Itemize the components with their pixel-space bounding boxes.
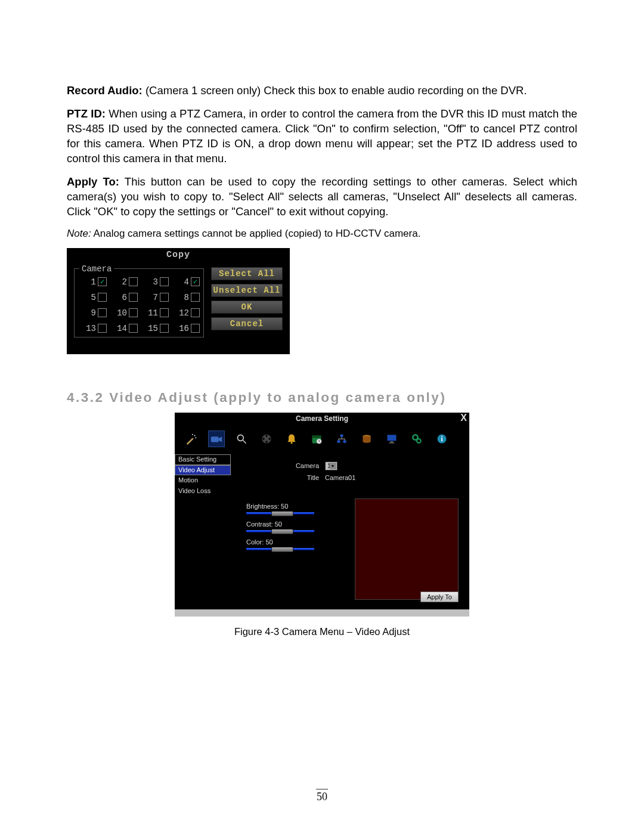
camera-label: Camera xyxy=(289,462,319,469)
copy-dialog: Copy Camera 1✓234✓5678910111213141516 Se… xyxy=(67,248,290,354)
sidebar-item-basic-setting[interactable]: Basic Setting xyxy=(175,454,231,465)
camera-checkbox-14[interactable]: 14 xyxy=(109,324,138,333)
svg-point-4 xyxy=(237,435,243,441)
wand-icon[interactable] xyxy=(183,431,200,447)
checkbox-icon xyxy=(129,308,138,317)
network-icon[interactable] xyxy=(333,431,350,447)
camera-legend: Camera xyxy=(79,264,114,274)
camera-checkbox-13[interactable]: 13 xyxy=(78,324,107,333)
slider-thumb[interactable] xyxy=(271,511,293,516)
camera-setting-titlebar: Camera Setting X xyxy=(175,413,469,425)
camera-icon[interactable] xyxy=(208,431,225,447)
schedule-icon[interactable] xyxy=(308,431,325,447)
svg-point-7 xyxy=(265,435,267,436)
note-analog: Note: Analog camera settings cannot be a… xyxy=(67,228,577,240)
slider-thumb[interactable] xyxy=(271,529,293,534)
para-apply-to: Apply To: This button can be used to cop… xyxy=(67,175,577,219)
svg-point-1 xyxy=(192,434,193,435)
svg-line-5 xyxy=(243,440,246,443)
checkbox-icon xyxy=(98,293,107,302)
camera-checkbox-10[interactable]: 10 xyxy=(109,308,138,318)
svg-point-10 xyxy=(262,438,264,439)
slider-track[interactable] xyxy=(246,548,314,550)
svg-rect-21 xyxy=(389,442,394,444)
content-pane: Camera 1 ▼ Title Camera01 Brightness: 50… xyxy=(231,454,469,609)
camera-setting-dialog: Camera Setting X xyxy=(175,413,469,617)
checkbox-icon xyxy=(160,277,169,286)
camera-checkbox-11[interactable]: 11 xyxy=(140,308,169,318)
cancel-button[interactable]: Cancel xyxy=(211,317,283,330)
sidebar-item-motion[interactable]: Motion xyxy=(175,475,231,486)
svg-rect-16 xyxy=(338,440,340,442)
section-heading: 4.3.2 Video Adjust (apply to analog came… xyxy=(67,390,577,405)
checkbox-icon xyxy=(160,293,169,302)
checkbox-icon xyxy=(98,308,107,317)
close-icon[interactable]: X xyxy=(460,413,467,423)
checkbox-icon: ✓ xyxy=(191,277,200,286)
svg-point-2 xyxy=(195,437,196,438)
camera-checkbox-3[interactable]: 3 xyxy=(140,277,169,287)
svg-rect-17 xyxy=(343,440,346,442)
sidebar-item-video-loss[interactable]: Video Loss xyxy=(175,486,231,497)
info-icon[interactable]: i xyxy=(434,431,450,447)
para-ptz-id: PTZ ID: When using a PTZ Camera, in orde… xyxy=(67,107,577,166)
svg-point-0 xyxy=(194,435,196,436)
camera-checkbox-6[interactable]: 6 xyxy=(109,293,138,302)
camera-checkbox-8[interactable]: 8 xyxy=(171,293,200,302)
checkbox-icon xyxy=(129,277,138,286)
svg-point-8 xyxy=(268,438,270,439)
checkbox-icon: ✓ xyxy=(98,277,107,286)
checkbox-icon xyxy=(129,324,138,333)
camera-checkbox-1[interactable]: 1✓ xyxy=(78,277,107,287)
camera-checkbox-2[interactable]: 2 xyxy=(109,277,138,287)
camera-checkbox-4[interactable]: 4✓ xyxy=(171,277,200,287)
svg-point-11 xyxy=(290,442,292,444)
camera-checkbox-7[interactable]: 7 xyxy=(140,293,169,302)
checkbox-icon xyxy=(98,324,107,333)
svg-rect-15 xyxy=(340,434,343,436)
svg-rect-19 xyxy=(388,435,397,441)
camera-fieldset: Camera 1✓234✓5678910111213141516 xyxy=(74,268,204,337)
copy-dialog-title: Copy xyxy=(67,248,290,262)
camera-checkbox-16[interactable]: 16 xyxy=(171,324,200,333)
video-preview xyxy=(355,498,459,600)
bell-icon[interactable] xyxy=(283,431,300,447)
checkbox-icon xyxy=(191,293,200,302)
checkbox-icon xyxy=(160,308,169,317)
para-record-audio: Record Audio: (Camera 1 screen only) Che… xyxy=(67,83,577,98)
ok-button[interactable]: OK xyxy=(211,301,283,314)
svg-point-9 xyxy=(265,441,267,442)
checkbox-icon xyxy=(191,324,200,333)
disk-icon[interactable] xyxy=(358,431,375,447)
apply-to-button[interactable]: Apply To xyxy=(420,592,459,602)
unselect-all-button[interactable]: Unselect All xyxy=(211,284,283,297)
slider-thumb[interactable] xyxy=(271,547,293,552)
title-value: Camera01 xyxy=(325,474,355,481)
camera-checkbox-9[interactable]: 9 xyxy=(78,308,107,318)
select-all-button[interactable]: Select All xyxy=(211,267,283,280)
slider-track[interactable] xyxy=(246,512,314,515)
sidebar-item-video-adjust[interactable]: Video Adjust xyxy=(175,465,231,476)
svg-rect-20 xyxy=(391,441,394,442)
film-icon[interactable] xyxy=(258,431,275,447)
title-label: Title xyxy=(289,474,319,481)
checkbox-icon xyxy=(129,293,138,302)
chevron-down-icon: ▼ xyxy=(330,463,336,469)
svg-rect-13 xyxy=(312,435,321,438)
slider-track[interactable] xyxy=(246,530,314,532)
camera-dropdown[interactable]: 1 ▼ xyxy=(325,462,338,470)
display-icon[interactable] xyxy=(383,431,400,447)
svg-point-23 xyxy=(417,439,421,443)
camera-checkbox-12[interactable]: 12 xyxy=(171,308,200,318)
svg-rect-3 xyxy=(211,436,219,442)
search-icon[interactable] xyxy=(233,431,250,447)
figure-caption: Figure 4-3 Camera Menu – Video Adjust xyxy=(67,626,577,637)
camera-checkbox-15[interactable]: 15 xyxy=(140,324,169,333)
sidebar: Basic SettingVideo AdjustMotionVideo Los… xyxy=(175,454,231,609)
toolbar: i xyxy=(175,425,469,454)
gear-icon[interactable] xyxy=(408,431,425,447)
checkbox-icon xyxy=(191,308,200,317)
camera-setting-title: Camera Setting xyxy=(296,414,348,423)
camera-checkbox-5[interactable]: 5 xyxy=(78,293,107,302)
footer-strip xyxy=(175,609,469,617)
